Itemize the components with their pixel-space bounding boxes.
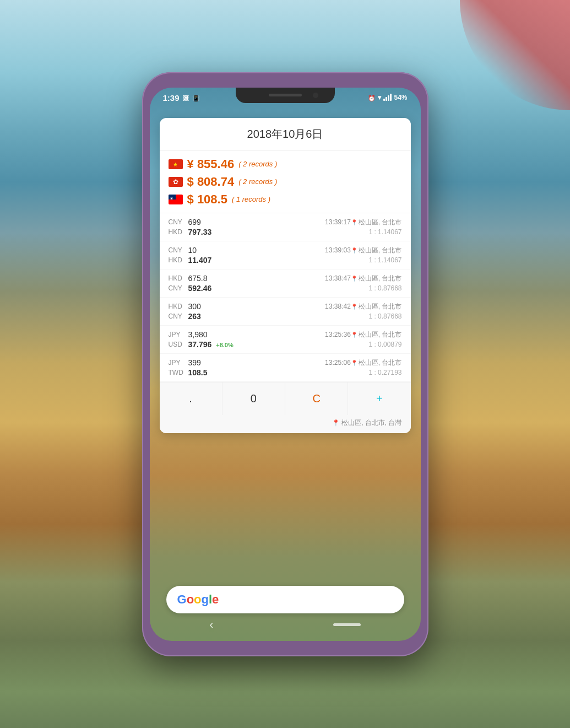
- tx-row-bottom-6: TWD 108.5 1 : 0.27193: [169, 368, 402, 377]
- notch: [236, 88, 335, 103]
- tx-time-3: 13:38:47: [325, 274, 351, 282]
- tx-from-amount-1: 699: [188, 218, 325, 227]
- battery-text: 54%: [394, 94, 407, 101]
- summary-row-hkd: $ 808.74 ( 2 records ): [169, 173, 402, 191]
- calc-zero-button[interactable]: 0: [222, 382, 285, 415]
- table-row[interactable]: JPY 399 13:25:06 📍 松山區, 台北市 TWD 108.5 1 …: [160, 354, 411, 382]
- table-row[interactable]: HKD 300 13:38:42 📍 松山區, 台北市 CNY 263 1 : …: [160, 298, 411, 326]
- tx-rate-5: 1 : 0.00879: [368, 341, 401, 348]
- tx-row-top-5: JPY 3,980 13:25:36 📍 松山區, 台北市: [169, 330, 402, 339]
- tx-from-currency-1: CNY: [169, 218, 188, 226]
- flag-hongkong: [169, 177, 183, 187]
- signal-bar-2: [386, 97, 387, 101]
- tx-rate-4: 1 : 0.87668: [368, 312, 401, 320]
- phone-frame: 1:39 ▾ 54% 2018年10月6日: [142, 72, 428, 656]
- tx-from-currency-3: HKD: [169, 274, 188, 282]
- tx-from-amount-2: 10: [188, 246, 325, 255]
- tx-time-6: 13:25:06: [325, 359, 351, 366]
- camera: [313, 93, 318, 98]
- calculator-row: . 0 C +: [160, 382, 411, 415]
- tx-badge-5: +8.0%: [216, 342, 234, 348]
- tx-location-3: 📍 松山區, 台北市: [351, 274, 402, 283]
- tx-rate-1: 1 : 1.14067: [368, 228, 401, 236]
- tx-to-currency-3: CNY: [169, 284, 188, 292]
- summary-amount-hkd: $ 808.74: [187, 175, 235, 189]
- tx-rate-2: 1 : 1.14067: [368, 256, 401, 264]
- tx-time-2: 13:39:03: [325, 246, 351, 254]
- back-button[interactable]: ‹: [209, 618, 213, 632]
- footer-location-text: 松山區, 台北市, 台灣: [341, 418, 401, 428]
- tx-from-amount-6: 399: [188, 358, 325, 367]
- tx-location-5: 📍 松山區, 台北市: [351, 330, 402, 339]
- tx-from-currency-4: HKD: [169, 303, 188, 310]
- tx-row-bottom-4: CNY 263 1 : 0.87668: [169, 312, 402, 321]
- tx-row-top-4: HKD 300 13:38:42 📍 松山區, 台北市: [169, 302, 402, 311]
- tx-row-bottom-5: USD 37.796 +8.0% 1 : 0.00879: [169, 340, 402, 349]
- flag-china: [169, 159, 183, 169]
- signal-icon: [383, 94, 392, 101]
- card-header: 2018年10月6日: [160, 118, 411, 151]
- signal-bar-3: [388, 95, 389, 101]
- transactions-list: CNY 699 13:39:17 📍 松山區, 台北市 HKD 797.33 1…: [160, 213, 411, 382]
- calc-dot-button[interactable]: .: [160, 382, 222, 415]
- google-search-bar[interactable]: Google: [166, 586, 404, 613]
- status-time: 1:39: [163, 93, 180, 103]
- tx-from-amount-4: 300: [188, 302, 325, 311]
- summary-records-twd: ( 1 records ): [232, 195, 270, 203]
- table-row[interactable]: CNY 10 13:39:03 📍 松山區, 台北市 HKD 11.407 1 …: [160, 241, 411, 269]
- summary-amount-cny: ¥ 855.46: [187, 157, 235, 171]
- tx-row-top-2: CNY 10 13:39:03 📍 松山區, 台北市: [169, 246, 402, 255]
- header-date: 2018年10月6日: [247, 128, 323, 140]
- tx-from-currency-6: JPY: [169, 359, 188, 366]
- summary-amount-twd: $ 108.5: [187, 192, 227, 207]
- tx-to-currency-1: HKD: [169, 228, 188, 236]
- tx-to-amount-2: 11.407: [188, 256, 369, 265]
- tx-rate-3: 1 : 0.87668: [368, 284, 401, 292]
- table-row[interactable]: HKD 675.8 13:38:47 📍 松山區, 台北市 CNY 592.46…: [160, 269, 411, 298]
- tx-rate-6: 1 : 0.27193: [368, 369, 401, 376]
- tx-from-currency-2: CNY: [169, 246, 188, 254]
- tx-time-4: 13:38:42: [325, 303, 351, 310]
- summary-row-cny: ¥ 855.46 ( 2 records ): [169, 155, 402, 173]
- calc-plus-button[interactable]: +: [348, 382, 410, 415]
- tx-to-currency-4: CNY: [169, 312, 188, 320]
- alarm-icon: [368, 94, 376, 102]
- summary-section: ¥ 855.46 ( 2 records ) $ 808.74 ( 2 reco…: [160, 151, 411, 213]
- tx-from-amount-5: 3,980: [188, 330, 325, 339]
- tx-to-amount-1: 797.33: [188, 228, 369, 236]
- tx-time-5: 13:25:36: [325, 331, 351, 338]
- tx-row-bottom-3: CNY 592.46 1 : 0.87668: [169, 284, 402, 293]
- tx-location-6: 📍 松山區, 台北市: [351, 358, 402, 368]
- tx-to-currency-2: HKD: [169, 256, 188, 264]
- phone-screen: 1:39 ▾ 54% 2018年10月6日: [150, 88, 421, 641]
- ring-icon: [192, 94, 200, 102]
- tx-to-amount-4: 263: [188, 312, 369, 321]
- tx-row-top-1: CNY 699 13:39:17 📍 松山區, 台北市: [169, 218, 402, 227]
- home-indicator[interactable]: [333, 623, 361, 626]
- app-card: 2018年10月6日 ¥ 855.46 ( 2 records ) $ 808.…: [160, 118, 411, 433]
- tx-row-top-6: JPY 399 13:25:06 📍 松山區, 台北市: [169, 358, 402, 368]
- tx-from-currency-5: JPY: [169, 331, 188, 338]
- tx-location-2: 📍 松山區, 台北市: [351, 246, 402, 255]
- signal-bar-1: [383, 99, 385, 101]
- tx-to-amount-6: 108.5: [188, 368, 369, 377]
- wifi-icon: ▾: [378, 94, 381, 101]
- tx-to-currency-6: TWD: [169, 369, 188, 376]
- flag-taiwan: [169, 195, 183, 204]
- tx-location-1: 📍 松山區, 台北市: [351, 218, 402, 227]
- tx-row-bottom-2: HKD 11.407 1 : 1.14067: [169, 256, 402, 265]
- calc-clear-button[interactable]: C: [285, 382, 348, 415]
- tx-to-currency-5: USD: [169, 341, 188, 348]
- status-left: 1:39: [163, 93, 200, 103]
- google-logo: Google: [177, 592, 219, 607]
- table-row[interactable]: CNY 699 13:39:17 📍 松山區, 台北市 HKD 797.33 1…: [160, 213, 411, 241]
- location-footer: 📍 松山區, 台北市, 台灣: [160, 415, 411, 433]
- tx-from-amount-3: 675.8: [188, 274, 325, 283]
- nav-bar: ‹: [150, 614, 421, 635]
- speaker: [269, 94, 302, 96]
- tx-time-1: 13:39:17: [325, 218, 351, 226]
- tx-to-amount-3: 592.46: [188, 284, 369, 293]
- summary-records-cny: ( 2 records ): [238, 160, 277, 168]
- table-row[interactable]: JPY 3,980 13:25:36 📍 松山區, 台北市 USD 37.796…: [160, 326, 411, 354]
- tx-to-amount-5: 37.796 +8.0%: [188, 340, 369, 349]
